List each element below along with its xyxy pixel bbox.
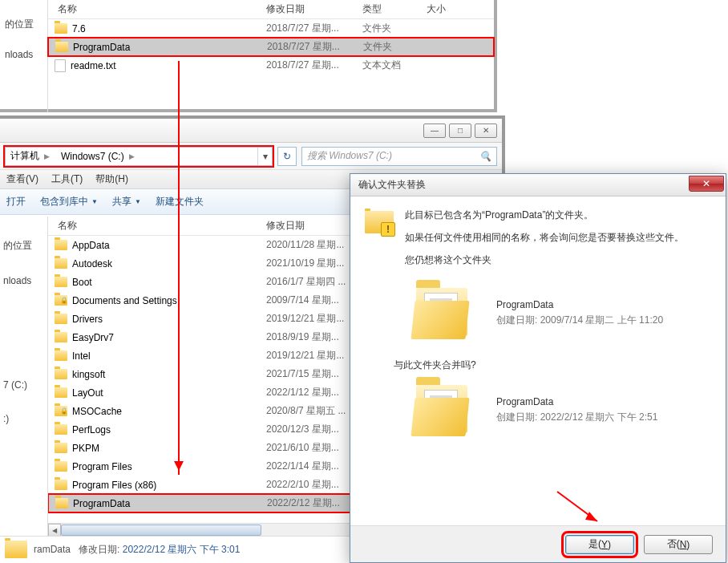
file-date: 2022/1/12 星期...	[257, 386, 353, 399]
file-type: 文件夹	[354, 40, 418, 54]
breadcrumb[interactable]: 计算机 ▶ Windows7 (C:) ▶ ▾	[5, 147, 273, 166]
folder-icon	[55, 387, 67, 398]
folder-icon	[55, 258, 67, 269]
file-name: PKPM	[72, 443, 99, 454]
folder-large-icon	[410, 283, 477, 342]
toolbar-include-in-library[interactable]: 包含到库中▼	[40, 195, 98, 209]
toolbar-share[interactable]: 共享▼	[112, 195, 141, 209]
sidebar-slice-top: 的位置 nloads	[0, 0, 48, 112]
col-type[interactable]: 类型	[353, 2, 417, 16]
explorer-window-source: 的位置 nloads 名称 修改日期 类型 大小 7.62018/7/27 星期…	[0, 0, 497, 112]
status-name: ramData	[34, 544, 71, 555]
file-name: Program Files	[72, 461, 132, 472]
file-date: 2020/12/3 星期...	[257, 423, 353, 436]
dialog-titlebar: 确认文件夹替换 ✕	[350, 174, 726, 196]
side-label: 的位置	[5, 18, 47, 31]
no-button[interactable]: 否(N)	[644, 535, 713, 554]
file-name: Drivers	[72, 314, 103, 325]
crumb-label: Windows7 (C:)	[61, 151, 124, 162]
file-date: 2019/12/21 星期...	[257, 349, 353, 363]
file-name: readme.txt	[71, 60, 116, 71]
file-name: kingsoft	[72, 369, 105, 380]
menu-view[interactable]: 查看(V)	[6, 172, 38, 186]
folder-icon	[55, 314, 67, 324]
file-name: EasyDrv7	[72, 332, 114, 343]
crumb-label: 计算机	[10, 149, 39, 163]
dialog-title: 确认文件夹替换	[358, 178, 426, 192]
search-input[interactable]: 搜索 Windows7 (C:) 🔍	[301, 147, 497, 166]
file-list-top: 名称 修改日期 类型 大小 7.62018/7/27 星期...文件夹Progr…	[48, 0, 494, 109]
scroll-left-button[interactable]: ◀	[48, 524, 61, 536]
file-name: Documents and Settings	[72, 295, 177, 306]
maximize-button[interactable]: □	[449, 124, 471, 138]
file-name: Program Files (x86)	[72, 480, 156, 491]
file-date: 2020/11/28 星期...	[257, 238, 353, 252]
col-name[interactable]: 名称	[48, 219, 257, 233]
col-size[interactable]: 大小	[417, 2, 465, 16]
address-dropdown-button[interactable]: ▾	[257, 148, 272, 165]
folder-icon	[55, 424, 67, 435]
dialog-merge-question: 与此文件夹合并吗?	[394, 358, 711, 372]
file-row[interactable]: ProgramData2018/7/27 星期...文件夹	[48, 38, 494, 56]
file-date: 2009/7/14 星期...	[257, 294, 353, 307]
file-type: 文本文档	[353, 59, 417, 72]
chevron-down-icon: ▼	[135, 198, 141, 205]
file-date: 2018/7/27 星期...	[257, 59, 353, 72]
folder-icon	[55, 480, 67, 490]
folder-icon	[55, 240, 67, 250]
chevron-down-icon: ▼	[91, 198, 98, 205]
scroll-thumb[interactable]	[61, 525, 261, 536]
folder-icon	[55, 498, 68, 508]
side-label: nloads	[3, 275, 47, 286]
close-icon: ✕	[702, 178, 710, 189]
dest-folder-meta: 创建日期: 2009/7/14 星期二 上午 11:20	[496, 313, 663, 328]
dest-folder-name: ProgramData	[496, 298, 663, 313]
dialog-close-button[interactable]: ✕	[689, 176, 724, 192]
dialog-line2: 如果任何文件使用相同的名称，将会询问您是否要替换这些文件。	[405, 230, 684, 245]
source-folder-block[interactable]: ProgramData 创建日期: 2022/2/12 星期六 下午 2:51	[410, 380, 711, 439]
folder-icon	[55, 350, 67, 361]
side-label: nloads	[5, 49, 47, 60]
dialog-line1: 此目标已包含名为“ProgramData”的文件夹。	[405, 208, 684, 222]
src-folder-name: ProgramData	[496, 395, 657, 410]
refresh-button[interactable]: ↻	[277, 147, 297, 166]
folder-icon	[55, 42, 68, 52]
col-date[interactable]: 修改日期	[257, 2, 353, 16]
search-icon: 🔍	[479, 151, 491, 162]
file-type: 文件夹	[353, 22, 417, 35]
minimize-button[interactable]: —	[423, 124, 446, 138]
file-row[interactable]: 7.62018/7/27 星期...文件夹	[48, 19, 494, 38]
col-name[interactable]: 名称	[48, 2, 257, 16]
status-date-value: 2022/2/12 星期六 下午 3:01	[123, 544, 241, 555]
breadcrumb-segment-computer[interactable]: 计算机 ▶	[6, 148, 56, 165]
close-button[interactable]: ✕	[475, 124, 497, 138]
refresh-icon: ↻	[283, 151, 291, 162]
yes-button[interactable]: 是(Y)	[565, 535, 634, 554]
status-date-label: 修改日期:	[79, 544, 119, 555]
column-header-row: 名称 修改日期 类型 大小	[48, 0, 494, 19]
address-row: 计算机 ▶ Windows7 (C:) ▶ ▾ ↻ 搜索 Windows7 (C…	[0, 143, 502, 170]
destination-folder-block[interactable]: ProgramData 创建日期: 2009/7/14 星期二 上午 11:20	[410, 283, 711, 342]
file-date: 2021/7/15 星期...	[257, 367, 353, 381]
chevron-right-icon[interactable]: ▶	[42, 152, 51, 160]
side-label: 的位置	[3, 239, 47, 253]
toolbar-open[interactable]: 打开	[6, 195, 26, 209]
folder-icon	[55, 443, 67, 453]
file-name: LayOut	[72, 387, 103, 399]
col-date[interactable]: 修改日期	[257, 219, 353, 233]
file-name: AppData	[72, 240, 110, 251]
search-placeholder: 搜索 Windows7 (C:)	[307, 149, 392, 163]
file-name: PerfLogs	[72, 424, 111, 435]
file-name: MSOCache	[72, 406, 122, 417]
menu-tools[interactable]: 工具(T)	[51, 172, 83, 186]
dialog-footer: 是(Y) 否(N)	[350, 525, 726, 562]
chevron-right-icon[interactable]: ▶	[127, 152, 136, 160]
file-row[interactable]: readme.txt2018/7/27 星期...文本文档	[48, 56, 494, 75]
file-name: Boot	[72, 277, 92, 288]
file-name: ProgramData	[73, 42, 130, 53]
menu-help[interactable]: 帮助(H)	[95, 172, 128, 186]
breadcrumb-segment-drive[interactable]: Windows7 (C:) ▶	[56, 148, 141, 165]
file-date: 2021/10/19 星期...	[257, 257, 353, 270]
folder-large-icon	[410, 380, 477, 439]
warning-folder-icon	[365, 208, 397, 237]
